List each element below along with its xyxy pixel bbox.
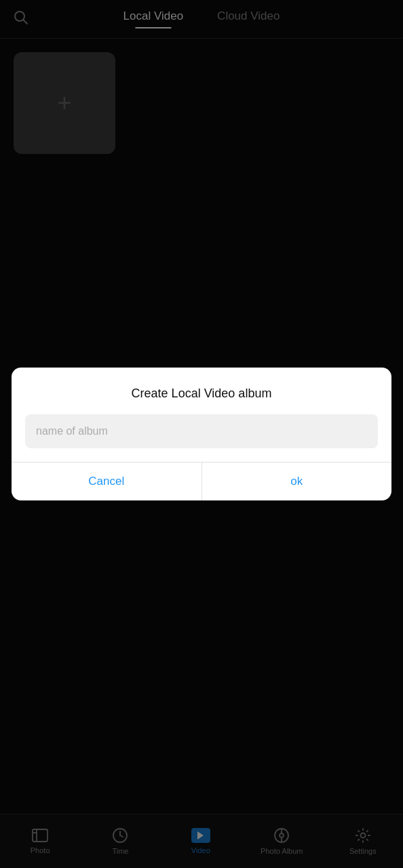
- modal-title: Create Local Video album: [12, 368, 391, 414]
- create-album-modal: Create Local Video album Cancel ok: [12, 368, 391, 500]
- cancel-button[interactable]: Cancel: [12, 462, 202, 500]
- modal-input-wrap: [12, 414, 391, 462]
- modal-buttons: Cancel ok: [12, 462, 391, 500]
- ok-button[interactable]: ok: [202, 462, 392, 500]
- modal-overlay: Create Local Video album Cancel ok: [0, 0, 403, 868]
- album-name-input[interactable]: [25, 414, 378, 448]
